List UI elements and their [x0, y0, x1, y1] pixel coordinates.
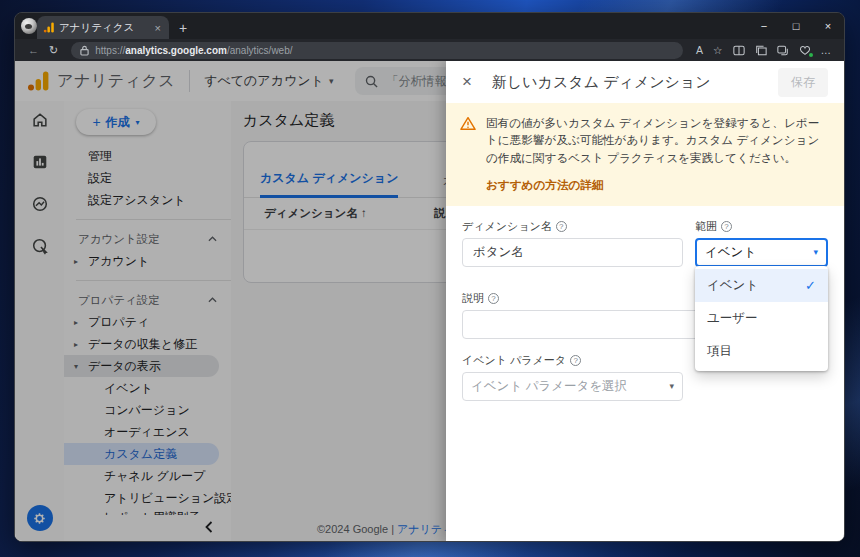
workspaces-icon[interactable] [777, 45, 789, 56]
warning-icon [460, 116, 476, 131]
scope-option-item[interactable]: 項目 [695, 335, 828, 368]
page-viewport: アナリティクス すべてのアカウント ▾ [15, 61, 844, 542]
close-icon[interactable]: × [462, 72, 472, 92]
favorites-star-icon[interactable]: ☆ [713, 44, 722, 56]
best-practices-link[interactable]: おすすめの方法の詳細 [486, 176, 604, 193]
back-icon[interactable]: ← [28, 45, 39, 56]
help-icon[interactable]: ? [570, 355, 581, 366]
save-button[interactable]: 保存 [778, 68, 828, 97]
scope-dropdown-menu: イベント ✓ ユーザー 項目 [695, 266, 828, 371]
chevron-down-icon: ▾ [813, 247, 818, 257]
close-button[interactable]: × [812, 13, 844, 39]
new-tab-button[interactable]: + [179, 20, 187, 36]
window-controls: − □ × [748, 13, 844, 39]
collections-icon[interactable] [755, 45, 767, 56]
minimize-button[interactable]: − [748, 13, 780, 39]
more-menu-icon[interactable]: … [821, 44, 832, 56]
help-icon[interactable]: ? [556, 221, 567, 232]
dialog-header: × 新しいカスタム ディメンション 保存 [446, 61, 844, 103]
new-custom-dimension-dialog: × 新しいカスタム ディメンション 保存 固有の値が多いカスタム ディメンション… [446, 61, 844, 542]
tab-title: アナリティクス [59, 21, 153, 35]
scope-option-user[interactable]: ユーザー [695, 302, 828, 335]
browser-toolbar: ← ↻ https://analytics.google.com/analyti… [15, 39, 844, 61]
help-icon[interactable]: ? [721, 221, 732, 232]
dialog-title: 新しいカスタム ディメンション [492, 73, 711, 92]
dimension-name-label: ディメンション名 ? [462, 219, 683, 234]
warning-text-wrap: 固有の値が多いカスタム ディメンションを登録すると、レポートに悪影響が及ぶ可能性… [486, 114, 828, 194]
essentials-status-dot [809, 53, 813, 57]
split-screen-icon[interactable] [733, 45, 745, 56]
dimension-name-input[interactable] [462, 238, 683, 267]
analytics-favicon-icon [43, 22, 54, 33]
lock-icon [80, 45, 89, 56]
help-icon[interactable]: ? [488, 293, 499, 304]
scope-label: 範囲 ? [695, 219, 828, 234]
refresh-icon[interactable]: ↻ [49, 45, 58, 56]
tab-close-icon[interactable]: × [153, 22, 163, 34]
warning-banner: 固有の値が多いカスタム ディメンションを登録すると、レポートに悪影響が及ぶ可能性… [446, 103, 844, 206]
browser-titlebar: アナリティクス × + − □ × [15, 13, 844, 39]
maximize-button[interactable]: □ [780, 13, 812, 39]
event-parameter-label: イベント パラメータ ? [462, 353, 683, 368]
address-bar[interactable]: https://analytics.google.com/analytics/w… [71, 42, 683, 59]
browser-logo-icon[interactable] [21, 18, 37, 34]
browser-tab-analytics[interactable]: アナリティクス × [37, 16, 169, 39]
warning-text: 固有の値が多いカスタム ディメンションを登録すると、レポートに悪影響が及ぶ可能性… [486, 116, 819, 164]
browser-essentials-icon[interactable] [799, 45, 811, 56]
dialog-form: ディメンション名 ? 範囲 ? イベント [446, 206, 844, 401]
scope-option-event[interactable]: イベント ✓ [695, 269, 828, 302]
read-aloud-icon[interactable]: A [696, 44, 703, 56]
url-text: https://analytics.google.com/analytics/w… [95, 45, 292, 56]
toolbar-right-icons: A ☆ … [691, 44, 836, 56]
scope-select[interactable]: イベント ▾ [695, 238, 828, 267]
browser-window: アナリティクス × + − □ × ← ↻ https://analytics.… [14, 12, 845, 542]
desktop-wallpaper: アナリティクス × + − □ × ← ↻ https://analytics.… [0, 0, 860, 557]
event-parameter-select[interactable]: イベント パラメータを選択 ▾ [462, 372, 683, 401]
chevron-down-icon: ▾ [669, 381, 674, 391]
check-icon: ✓ [805, 278, 816, 293]
